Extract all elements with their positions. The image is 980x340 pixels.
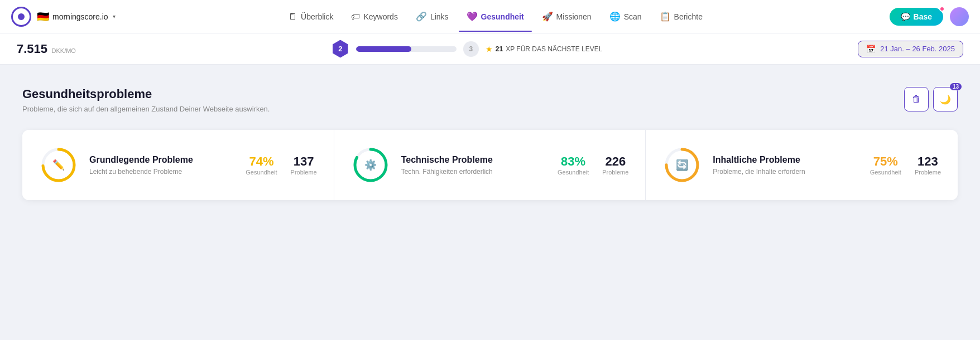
health-value-technische: 83% — [558, 154, 589, 169]
avatar[interactable] — [950, 7, 969, 26]
card-title-grundlegende: Grundlegende Probleme — [89, 154, 234, 166]
xp-section: 2 3 ★ 21 XP FÜR DAS NÄCHSTE LEVEL — [87, 40, 847, 58]
chat-icon: 💬 — [901, 12, 910, 21]
section-title: Gesundheitsprobleme — [22, 87, 270, 101]
circle-inhaltliche: 🔄 — [662, 145, 702, 184]
metric-block: 7.515 DKK/MO — [17, 42, 76, 56]
berichte-icon: 📋 — [660, 11, 671, 22]
nav-label-missionen: Missionen — [556, 12, 592, 21]
xp-bar-fill — [356, 46, 411, 52]
card-title-inhaltliche: Inhaltliche Probleme — [713, 154, 858, 166]
flag-icon: 🇩🇪 — [37, 11, 49, 23]
missionen-icon: 🚀 — [542, 11, 553, 22]
problems-stat-inhaltliche: 123 Probleme — [915, 154, 941, 176]
notification-dot — [939, 6, 945, 12]
navbar: 🇩🇪 morningscore.io ▾ 🗒 Überblick 🏷 Keywo… — [0, 0, 980, 33]
base-button[interactable]: 💬 Base — [890, 8, 943, 26]
keywords-icon: 🏷 — [351, 12, 360, 22]
main-content: Gesundheitsprobleme Probleme, die sich a… — [0, 65, 980, 222]
nav-item-keywords[interactable]: 🏷 Keywords — [343, 7, 405, 26]
circle-grundlegende: ✏️ — [39, 145, 78, 184]
card-icon-inhaltliche: 🔄 — [676, 159, 688, 171]
star-icon: ★ — [486, 45, 493, 54]
problems-stat-technische: 226 Probleme — [602, 154, 628, 176]
site-selector[interactable]: 🇩🇪 morningscore.io ▾ — [37, 11, 116, 23]
trash-button[interactable]: 🗑 — [904, 87, 929, 111]
health-label-technische: Gesundheit — [558, 169, 589, 176]
section-header: Gesundheitsprobleme Probleme, die sich a… — [22, 87, 958, 113]
health-value-grundlegende: 74% — [246, 154, 277, 169]
card-grundlegende[interactable]: ✏️ Grundlegende Probleme Leicht zu beheb… — [22, 130, 334, 200]
health-stat-technische: 83% Gesundheit — [558, 154, 589, 176]
nav-item-ueberblick[interactable]: 🗒 Überblick — [281, 7, 341, 26]
problems-label-grundlegende: Probleme — [291, 169, 317, 176]
card-stats-grundlegende: 74% Gesundheit 137 Probleme — [246, 154, 316, 176]
header-actions: 🗑 13 🌙 — [904, 87, 958, 111]
trash-icon: 🗑 — [912, 94, 921, 104]
metric-value: 7.515 — [17, 42, 47, 56]
card-info-technische: Technische Probleme Techn. Fähigkeiten e… — [401, 154, 546, 176]
problems-value-inhaltliche: 123 — [915, 154, 941, 169]
nav-item-missionen[interactable]: 🚀 Missionen — [534, 7, 599, 26]
health-stat-inhaltliche: 75% Gesundheit — [870, 154, 901, 176]
circle-technische: ⚙️ — [351, 145, 390, 184]
card-info-inhaltliche: Inhaltliche Probleme Probleme, die Inhal… — [713, 154, 858, 176]
subbar: 7.515 DKK/MO 2 3 ★ 21 XP FÜR DAS NÄCHSTE… — [0, 33, 980, 65]
ueberblick-icon: 🗒 — [289, 12, 297, 22]
gesundheit-icon: 💜 — [467, 11, 478, 22]
nav-links: 🗒 Überblick 🏷 Keywords 🔗 Links 💜 Gesundh… — [134, 7, 857, 26]
nav-label-links: Links — [430, 12, 449, 21]
nav-item-gesundheit[interactable]: 💜 Gesundheit — [459, 7, 532, 26]
nav-item-links[interactable]: 🔗 Links — [408, 7, 457, 26]
nav-item-berichte[interactable]: 📋 Berichte — [652, 7, 710, 26]
nav-label-keywords: Keywords — [363, 12, 397, 21]
moon-icon: 🌙 — [940, 94, 951, 105]
nav-label-berichte: Berichte — [674, 12, 703, 21]
health-label-inhaltliche: Gesundheit — [870, 169, 901, 176]
problems-stat-grundlegende: 137 Probleme — [291, 154, 317, 176]
card-inhaltliche[interactable]: 🔄 Inhaltliche Probleme Probleme, die Inh… — [646, 130, 958, 200]
nav-label-scan: Scan — [624, 12, 642, 21]
problems-value-grundlegende: 137 — [291, 154, 317, 169]
navbar-right: 💬 Base — [857, 7, 969, 26]
date-range-label: 21 Jan. – 26 Feb. 2025 — [880, 45, 955, 53]
xp-text: ★ 21 XP FÜR DAS NÄCHSTE LEVEL — [486, 45, 603, 54]
chevron-down-icon: ▾ — [113, 13, 116, 20]
moon-button[interactable]: 13 🌙 — [933, 87, 958, 111]
card-technische[interactable]: ⚙️ Technische Probleme Techn. Fähigkeite… — [334, 130, 646, 200]
card-stats-technische: 83% Gesundheit 226 Probleme — [558, 154, 628, 176]
links-icon: 🔗 — [416, 11, 427, 22]
card-desc-grundlegende: Leicht zu behebende Probleme — [89, 168, 234, 176]
scan-icon: 🌐 — [609, 11, 621, 22]
action-badge: 13 — [950, 83, 962, 90]
site-name: morningscore.io — [52, 12, 108, 21]
logo[interactable] — [11, 7, 31, 27]
level-next-badge: 3 — [463, 41, 479, 57]
date-range-button[interactable]: 📅 21 Jan. – 26 Feb. 2025 — [858, 41, 963, 57]
card-icon-grundlegende: ✏️ — [52, 159, 65, 171]
section-subtitle: Probleme, die sich auf den allgemeinen Z… — [22, 105, 270, 113]
base-button-label: Base — [914, 12, 932, 21]
nav-label-ueberblick: Überblick — [301, 12, 333, 21]
xp-bar-container — [356, 46, 457, 52]
card-info-grundlegende: Grundlegende Probleme Leicht zu behebend… — [89, 154, 234, 176]
health-value-inhaltliche: 75% — [870, 154, 901, 169]
nav-label-gesundheit: Gesundheit — [481, 12, 524, 21]
xp-amount: 21 — [496, 45, 503, 53]
health-label-grundlegende: Gesundheit — [246, 169, 277, 176]
card-desc-technische: Techn. Fähigkeiten erforderlich — [401, 168, 546, 176]
problems-label-technische: Probleme — [602, 169, 628, 176]
nav-item-scan[interactable]: 🌐 Scan — [602, 7, 650, 26]
cards-grid: ✏️ Grundlegende Probleme Leicht zu beheb… — [22, 130, 958, 200]
logo-inner — [18, 13, 25, 20]
card-desc-inhaltliche: Probleme, die Inhalte erfordern — [713, 168, 858, 176]
card-title-technische: Technische Probleme — [401, 154, 546, 166]
xp-label: XP FÜR DAS NÄCHSTE LEVEL — [506, 45, 602, 53]
navbar-left: 🇩🇪 morningscore.io ▾ — [11, 7, 134, 27]
section-info: Gesundheitsprobleme Probleme, die sich a… — [22, 87, 270, 113]
health-stat-grundlegende: 74% Gesundheit — [246, 154, 277, 176]
metric-unit: DKK/MO — [52, 47, 76, 54]
problems-label-inhaltliche: Probleme — [915, 169, 941, 176]
level-current-badge: 2 — [332, 40, 349, 58]
problems-value-technische: 226 — [602, 154, 628, 169]
